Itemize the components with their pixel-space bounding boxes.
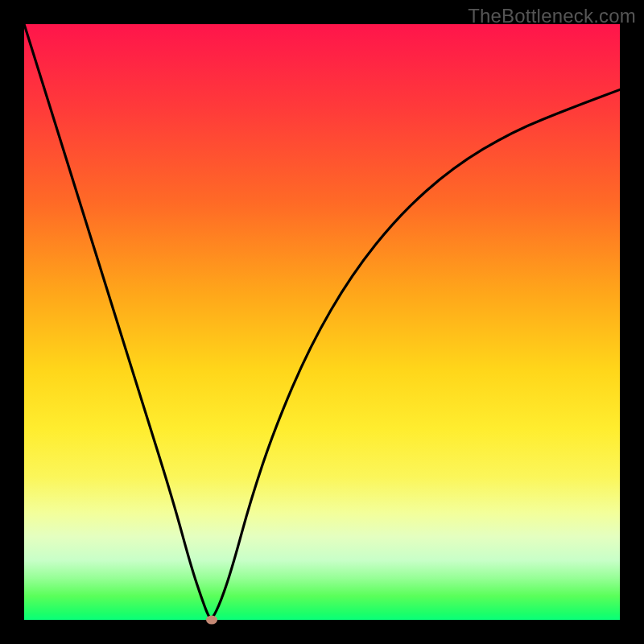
bottleneck-curve bbox=[24, 24, 620, 618]
minimum-point-marker bbox=[206, 616, 217, 625]
plot-area bbox=[24, 24, 620, 620]
curve-svg bbox=[24, 24, 620, 620]
chart-container: TheBottleneck.com bbox=[0, 0, 644, 644]
